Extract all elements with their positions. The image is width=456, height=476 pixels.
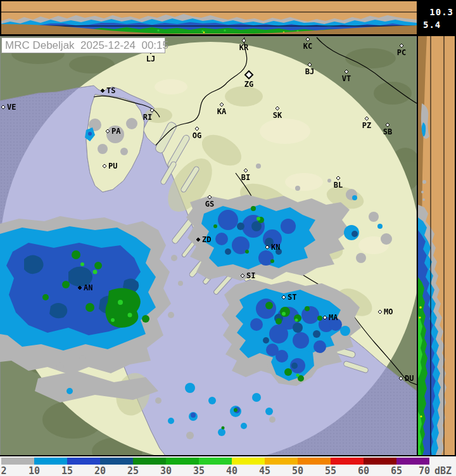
colorbar-tick: 35 — [189, 465, 208, 476]
svg-text:VE: VE — [7, 103, 16, 112]
colorbar-panel: 2 10 15 20 25 30 35 40 45 50 55 60 65 70… — [0, 456, 456, 476]
colorbar-segment — [331, 458, 364, 465]
frame-left-border — [0, 0, 1, 36]
radar-map-panel: MRC Debeljak 2025-12-24 00:15 — [0, 36, 417, 456]
svg-text:VT: VT — [342, 74, 351, 83]
svg-text:ST: ST — [288, 293, 296, 302]
svg-text:LJ: LJ — [146, 55, 155, 63]
city-marker-zg: ZG — [244, 71, 253, 89]
colorbar — [1, 458, 429, 465]
svg-text:GS: GS — [205, 200, 214, 209]
colorbar-tick: 70 — [415, 465, 434, 476]
right-cross-section-plot — [417, 36, 456, 456]
colorbar-tick: 55 — [321, 465, 340, 476]
right-cross-section-panel — [417, 36, 456, 456]
colorbar-tick: 25 — [124, 465, 142, 476]
svg-text:PC: PC — [397, 48, 406, 57]
colorbar-tick: 15 — [58, 465, 77, 476]
frame-vertical-divider — [417, 0, 418, 456]
lower-height-value: 5.4 — [423, 20, 441, 30]
svg-text:SI: SI — [246, 271, 255, 280]
colorbar-segment — [396, 458, 429, 465]
svg-text:AN: AN — [84, 283, 92, 292]
svg-text:ZD: ZD — [202, 235, 211, 244]
svg-text:ZG: ZG — [244, 80, 253, 89]
svg-text:KR: KR — [239, 43, 249, 52]
svg-text:SK: SK — [273, 111, 282, 120]
colorbar-tick: 10 — [25, 465, 44, 476]
top-cross-section-panel — [0, 0, 417, 36]
svg-text:MO: MO — [384, 307, 393, 316]
svg-text:RI: RI — [143, 113, 152, 122]
frame-bottom-divider — [0, 455, 456, 456]
svg-text:OG: OG — [193, 131, 201, 140]
svg-text:KC: KC — [303, 42, 312, 51]
svg-text:TS: TS — [106, 86, 115, 95]
colorbar-unit: dBZ — [434, 465, 452, 476]
svg-text:KN: KN — [271, 243, 280, 252]
colorbar-tick: 20 — [91, 465, 110, 476]
colorbar-ticks: 2 10 15 20 25 30 35 40 45 50 55 60 65 70… — [0, 465, 456, 476]
svg-text:MA: MA — [329, 313, 338, 322]
colorbar-tick: 50 — [288, 465, 307, 476]
colorbar-tick: 45 — [255, 465, 274, 476]
radar-app-screen: 10.3 5.4 MRC Debeljak 2025-12-24 00:15 — [0, 0, 456, 476]
top-cross-section-plot — [0, 0, 417, 36]
svg-text:SB: SB — [383, 127, 392, 136]
colorbar-segment — [166, 458, 199, 465]
colorbar-segment — [100, 458, 133, 465]
colorbar-segment — [265, 458, 298, 465]
colorbar-segment — [1, 458, 34, 465]
frame-top-border — [0, 0, 456, 1]
frame-strip-divider — [0, 34, 418, 36]
height-label-box: 10.3 5.4 — [417, 0, 456, 36]
colorbar-segment — [34, 458, 67, 465]
upper-height-value: 10.3 — [429, 7, 453, 17]
svg-text:BJ: BJ — [305, 67, 314, 76]
svg-text:DU: DU — [405, 374, 414, 383]
colorbar-segment — [199, 458, 232, 465]
colorbar-segment — [364, 458, 396, 465]
colorbar-segment — [133, 458, 166, 465]
colorbar-segment — [232, 458, 265, 465]
colorbar-tick: 60 — [354, 465, 373, 476]
colorbar-tick: 40 — [222, 465, 241, 476]
svg-text:PZ: PZ — [362, 121, 371, 130]
colorbar-segment — [298, 458, 331, 465]
svg-text:PA: PA — [111, 127, 121, 136]
svg-text:BL: BL — [334, 181, 343, 190]
colorbar-tick: 2 — [0, 465, 13, 476]
svg-text:BI: BI — [241, 173, 250, 182]
colorbar-segment — [67, 458, 100, 465]
svg-text:KA: KA — [217, 107, 227, 116]
svg-text:PU: PU — [108, 162, 117, 170]
colorbar-tick: 30 — [156, 465, 175, 476]
colorbar-tick: 65 — [387, 465, 406, 476]
radar-title: MRC Debeljak 2025-12-24 00:15 — [1, 37, 165, 53]
radar-map: VE TS LJ KR ZG KA KC PC BJ VT SK PZ SB R… — [0, 36, 417, 456]
